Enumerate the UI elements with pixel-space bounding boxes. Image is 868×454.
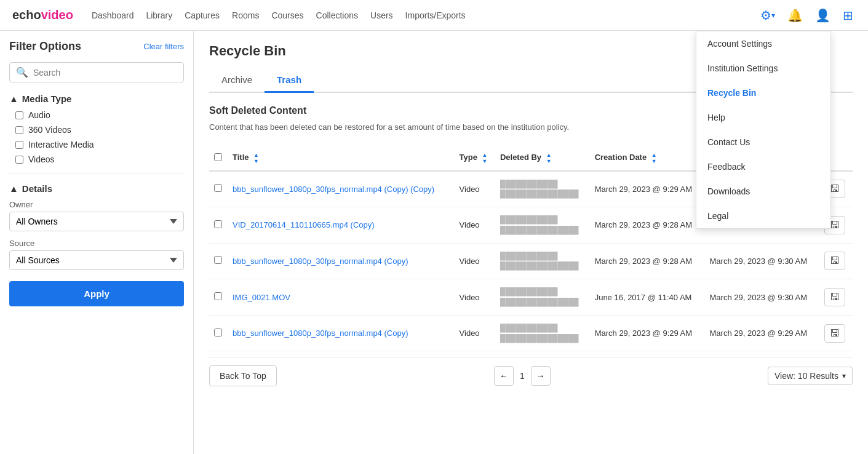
dropdown-help[interactable]: Help: [696, 105, 830, 130]
back-to-top-button[interactable]: Back To Top: [209, 365, 277, 386]
creation-date-sort-icon[interactable]: ▲▼: [651, 152, 657, 164]
settings-button[interactable]: ⚙ ▾: [758, 6, 778, 25]
dropdown-feedback[interactable]: Feedback: [696, 154, 830, 179]
next-page-button[interactable]: →: [531, 366, 551, 386]
checkbox-360-videos[interactable]: 360 Videos: [9, 125, 184, 135]
row-2-creation-date: March 29, 2023 @ 9:28 AM: [590, 207, 705, 244]
checkbox-audio-input[interactable]: [15, 111, 23, 119]
row-3-deleted-by-text: ██████████████████████████: [500, 252, 579, 271]
row-1-deleted-by: ██████████████████████████: [495, 171, 590, 207]
row-5-actions: 🖫: [819, 315, 853, 351]
chevron-up-icon: ▲: [9, 94, 18, 104]
row-4-deleted-by-text: ██████████████████████████: [500, 287, 579, 306]
search-input[interactable]: [33, 68, 177, 78]
checkbox-videos-input[interactable]: [15, 156, 23, 164]
apply-button[interactable]: Apply: [9, 281, 184, 306]
search-box: 🔍: [9, 62, 184, 82]
dropdown-legal[interactable]: Legal: [696, 204, 830, 228]
restore-button-5[interactable]: 🖫: [824, 324, 845, 343]
row-3-creation-date: March 29, 2023 @ 9:28 AM: [590, 243, 705, 279]
nav-users[interactable]: Users: [370, 10, 393, 20]
row-2-title: VID_20170614_110110665.mp4 (Copy): [228, 207, 455, 244]
apps-button[interactable]: ⊞: [840, 6, 856, 25]
checkbox-360-input[interactable]: [15, 126, 23, 134]
row-3-actions: 🖫: [819, 243, 853, 279]
restore-button-4[interactable]: 🖫: [824, 288, 845, 306]
row-4-deletion-date: March 29, 2023 @ 9:30 AM: [705, 279, 820, 316]
row-3-title-link[interactable]: bbb_sunflower_1080p_30fps_normal.mp4 (Co…: [233, 257, 408, 266]
dropdown-downloads[interactable]: Downloads: [696, 179, 830, 204]
th-type: Type ▲▼: [455, 146, 495, 171]
source-label: Source: [9, 239, 184, 248]
view-label: View: 10 Results: [774, 371, 838, 381]
row-3-checkbox[interactable]: [214, 256, 222, 264]
row-5-deletion-date: March 29, 2023 @ 9:29 AM: [705, 315, 820, 351]
grid-icon: ⊞: [843, 8, 853, 23]
dropdown-contact-us[interactable]: Contact Us: [696, 130, 830, 154]
th-creation-date: Creation Date ▲▼: [590, 146, 705, 171]
dropdown-recycle-bin[interactable]: Recycle Bin: [696, 81, 830, 105]
user-icon: 👤: [815, 8, 830, 23]
prev-page-button[interactable]: ←: [494, 366, 514, 386]
notifications-button[interactable]: 🔔: [785, 6, 805, 25]
checkbox-audio[interactable]: Audio: [9, 110, 184, 120]
pagination: ← 1 →: [494, 366, 551, 386]
row-3-type: Video: [455, 243, 495, 279]
row-1-title: bbb_sunflower_1080p_30fps_normal.mp4 (Co…: [228, 171, 455, 207]
checkbox-videos-label: Videos: [28, 154, 55, 164]
dropdown-institution-settings[interactable]: Institution Settings: [696, 56, 830, 81]
row-1-creation-date: March 29, 2023 @ 9:29 AM: [590, 171, 705, 207]
deleted-by-sort-icon[interactable]: ▲▼: [546, 152, 552, 164]
row-2-title-link[interactable]: VID_20170614_110110665.mp4 (Copy): [233, 220, 375, 229]
details-section-header[interactable]: ▲ Details: [9, 183, 184, 194]
row-1-title-link[interactable]: bbb_sunflower_1080p_30fps_normal.mp4 (Co…: [233, 185, 434, 194]
select-all-checkbox[interactable]: [214, 153, 222, 161]
source-select[interactable]: All Sources: [9, 250, 184, 270]
media-type-label: Media Type: [22, 94, 72, 104]
nav-collections[interactable]: Collections: [316, 10, 358, 20]
row-4-title-link[interactable]: IMG_0021.MOV: [233, 293, 290, 302]
owner-select[interactable]: All Owners: [9, 212, 184, 231]
restore-button-3[interactable]: 🖫: [824, 252, 845, 270]
row-3-deletion-date: March 29, 2023 @ 9:30 AM: [705, 243, 820, 279]
checkbox-interactive-input[interactable]: [15, 141, 23, 149]
nav-dashboard[interactable]: Dashboard: [92, 10, 134, 20]
row-checkbox-4: [209, 279, 228, 316]
th-deleted-by: Deleted By ▲▼: [495, 146, 590, 171]
profile-button[interactable]: 👤: [813, 6, 833, 25]
dropdown-account-settings[interactable]: Account Settings: [696, 31, 830, 56]
nav-rooms[interactable]: Rooms: [232, 10, 259, 20]
divider: [9, 173, 184, 174]
row-5-checkbox[interactable]: [214, 329, 222, 337]
top-nav: echovideo Dashboard Library Captures Roo…: [0, 0, 868, 31]
checkbox-videos[interactable]: Videos: [9, 154, 184, 164]
search-icon: 🔍: [16, 66, 28, 78]
logo[interactable]: echovideo: [12, 8, 73, 22]
clear-filters-link[interactable]: Clear filters: [143, 42, 184, 51]
title-sort-icon[interactable]: ▲▼: [253, 152, 259, 164]
select-all-header: [209, 146, 228, 171]
sidebar: Filter Options Clear filters 🔍 ▲ Media T…: [0, 31, 194, 454]
nav-courses[interactable]: Courses: [271, 10, 303, 20]
tab-archive[interactable]: Archive: [209, 68, 265, 93]
nav-imports-exports[interactable]: Imports/Exports: [405, 10, 466, 20]
row-3-title: bbb_sunflower_1080p_30fps_normal.mp4 (Co…: [228, 243, 455, 279]
row-4-deleted-by: ██████████████████████████: [495, 279, 590, 316]
details-label: Details: [22, 183, 52, 194]
row-1-checkbox[interactable]: [214, 184, 222, 192]
nav-library[interactable]: Library: [146, 10, 172, 20]
row-5-title-link[interactable]: bbb_sunflower_1080p_30fps_normal.mp4 (Co…: [233, 329, 408, 338]
logo-video: video: [41, 8, 73, 22]
row-checkbox-3: [209, 243, 228, 279]
row-2-checkbox[interactable]: [214, 220, 222, 228]
nav-captures[interactable]: Captures: [185, 10, 220, 20]
checkbox-interactive-media[interactable]: Interactive Media: [9, 140, 184, 149]
row-4-title: IMG_0021.MOV: [228, 279, 455, 316]
type-sort-icon[interactable]: ▲▼: [482, 152, 488, 164]
row-4-checkbox[interactable]: [214, 292, 222, 300]
tab-trash[interactable]: Trash: [265, 68, 314, 93]
row-checkbox-2: [209, 207, 228, 244]
media-type-section-header[interactable]: ▲ Media Type: [9, 94, 184, 104]
th-title: Title ▲▼: [228, 146, 455, 171]
view-select[interactable]: View: 10 Results ▾: [768, 367, 853, 385]
